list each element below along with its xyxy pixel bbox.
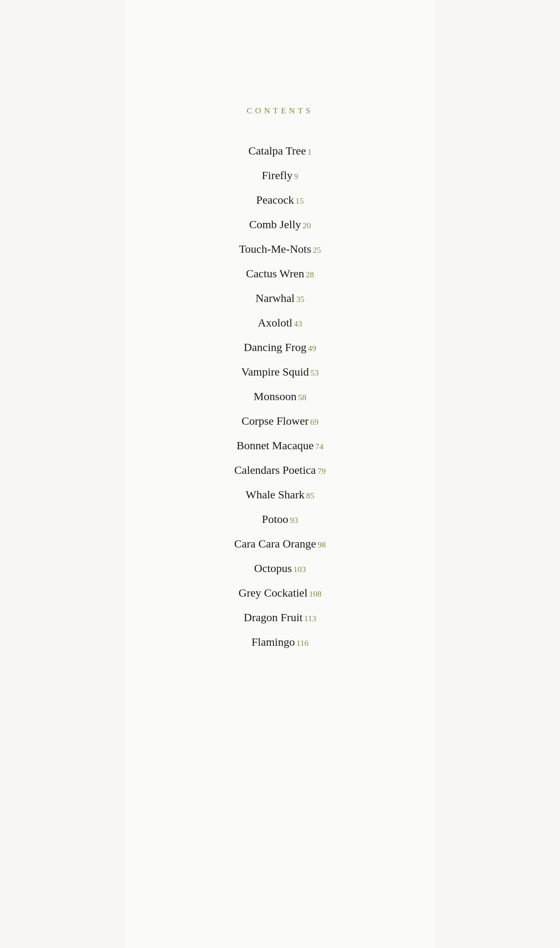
toc-item-title: Corpse Flower — [241, 414, 308, 427]
toc-item-page: 79 — [317, 466, 326, 476]
toc-item-title: Cactus Wren — [246, 267, 304, 280]
toc-item: Corpse Flower69 — [241, 408, 318, 433]
toc-item-title: Dancing Frog — [244, 341, 306, 353]
toc-item: Bonnet Macaque74 — [237, 433, 323, 458]
toc-item-page: 85 — [306, 491, 314, 500]
toc-item: Touch-Me-Nots25 — [239, 237, 321, 261]
toc-item-page: 69 — [310, 417, 319, 427]
toc-item-title: Cara Cara Orange — [234, 537, 316, 550]
toc-item-title: Grey Cockatiel — [238, 586, 307, 599]
contents-heading: CONTENTS — [247, 106, 314, 116]
toc-item-page: 9 — [294, 172, 298, 181]
toc-item: Grey Cockatiel108 — [238, 580, 321, 605]
page: CONTENTS Catalpa Tree1Firefly9Peacock15C… — [125, 0, 435, 948]
toc-item-page: 25 — [313, 245, 321, 255]
toc-item-title: Flamingo — [251, 636, 295, 648]
toc-item: Whale Shark85 — [246, 482, 314, 507]
toc-item-page: 49 — [308, 343, 316, 353]
toc-item-title: Octopus — [254, 562, 292, 574]
toc-item-title: Dragon Fruit — [244, 611, 303, 623]
toc-item: Flamingo116 — [251, 629, 308, 654]
toc-item-title: Calendars Poetica — [234, 464, 316, 476]
toc-item-page: 15 — [295, 196, 304, 206]
toc-item-page: 20 — [303, 221, 311, 230]
toc-item-page: 116 — [296, 638, 308, 648]
toc-item-page: 103 — [294, 564, 306, 574]
toc-item-page: 108 — [309, 589, 322, 598]
toc-item-title: Peacock — [256, 193, 294, 206]
toc-item-page: 98 — [317, 540, 326, 549]
toc-item-title: Whale Shark — [246, 488, 305, 501]
toc-list: Catalpa Tree1Firefly9Peacock15Comb Jelly… — [125, 138, 435, 654]
toc-item-page: 93 — [290, 515, 298, 525]
toc-item: Firefly9 — [262, 163, 299, 187]
toc-item: Peacock15 — [256, 187, 304, 212]
toc-item: Dancing Frog49 — [244, 335, 316, 359]
toc-item-page: 53 — [311, 368, 319, 377]
toc-item-page: 28 — [306, 270, 314, 279]
toc-item-title: Bonnet Macaque — [237, 439, 314, 452]
toc-item-page: 1 — [308, 147, 312, 156]
toc-item: Octopus103 — [254, 556, 306, 580]
toc-item: Potoo93 — [262, 507, 298, 531]
toc-item: Axolotl43 — [258, 310, 302, 335]
toc-item: Catalpa Tree1 — [248, 138, 311, 163]
toc-item-page: 43 — [294, 319, 302, 328]
toc-item-page: 74 — [315, 442, 323, 451]
toc-item: Cara Cara Orange98 — [234, 531, 326, 556]
toc-item-title: Vampire Squid — [241, 365, 309, 378]
toc-item: Dragon Fruit113 — [244, 605, 316, 629]
toc-item-page: 113 — [304, 614, 316, 623]
toc-item-title: Potoo — [262, 513, 288, 525]
toc-item-title: Catalpa Tree — [248, 144, 306, 157]
toc-item-title: Touch-Me-Nots — [239, 243, 311, 255]
toc-item: Comb Jelly20 — [249, 212, 311, 237]
toc-item-title: Comb Jelly — [249, 218, 301, 230]
toc-item: Monsoon58 — [254, 384, 306, 408]
toc-item-title: Narwhal — [255, 292, 294, 304]
toc-item: Calendars Poetica79 — [234, 458, 326, 482]
toc-item-title: Monsoon — [254, 390, 296, 402]
toc-item: Vampire Squid53 — [241, 359, 319, 384]
toc-item-page: 58 — [298, 393, 306, 402]
toc-item-page: 35 — [296, 294, 305, 304]
toc-item: Cactus Wren28 — [246, 261, 314, 286]
toc-item-title: Axolotl — [258, 316, 292, 329]
toc-item: Narwhal35 — [255, 286, 304, 310]
toc-item-title: Firefly — [262, 169, 293, 181]
